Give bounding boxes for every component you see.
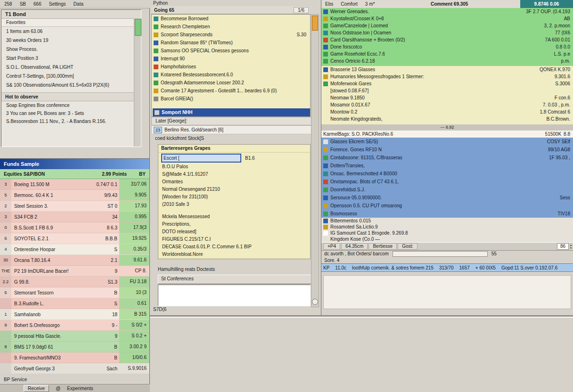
gold-search-row[interactable]: 23 Berlino Res. Gold/search [6]: [151, 125, 312, 134]
table-row[interactable]: 30 Orcana T.80.16.4 2.1 9.61.6: [0, 255, 149, 266]
detail-line[interactable]: DECASE Coast.6.01.P. C.Commer 6.1 BIP: [158, 243, 310, 251]
info-line[interactable]: S.O.L. Observational, PA LIGHT: [1, 63, 141, 72]
table-row[interactable]: 6 SOYOTEL E.2.1 B.B.B 19.925: [0, 233, 149, 244]
stepper-value[interactable]: 86: [557, 243, 569, 250]
data-row[interactable]: Game Rosehotel Ecsc.7.6 L.S. p.e: [321, 50, 573, 57]
data-row[interactable]: IG Samount Cast 1 Brogode. 9.269.8: [321, 230, 573, 236]
column-header-points[interactable]: 2.99 Points: [92, 172, 127, 177]
data-row[interactable]: Humanories Messogressfrogades 1 Stermer:…: [321, 73, 573, 80]
data-row[interactable]: Doorefoldsd.S.J.: [321, 186, 573, 194]
toolbar-cell[interactable]: Gost:: [398, 243, 417, 250]
stepper-arrows-icon[interactable]: ▲▼: [570, 244, 572, 249]
table-row[interactable]: 5 Bermooc. 60.4 K 1 9/9.43 9.905: [0, 190, 149, 201]
data-row[interactable]: Bosmossess TIV18: [321, 210, 573, 218]
toolbar-cell[interactable]: Bertiesse: [368, 243, 397, 250]
data-row[interactable]: Card Oarsithansose + Brooten (0/2) 7A 60…: [321, 36, 573, 43]
topbar-item[interactable]: Ebs: [321, 1, 337, 7]
data-row[interactable]: Neomaw 9.1850 F con.6: [321, 94, 573, 101]
list-item[interactable]: Hamphofalorises: [152, 63, 310, 71]
column-header-name[interactable]: Equities S&P/BON: [0, 172, 92, 177]
list-item[interactable]: Samsons OO SPECIAL Onesses gessons: [152, 47, 310, 55]
summary-row[interactable]: KarmelBags: S.O. PACKResNo.6 51500K 8.8: [321, 131, 573, 138]
column-header-by[interactable]: BY: [127, 172, 149, 177]
observe-line[interactable]: S.Bessoresbon 11.1 Nov., 2. - A Bandars …: [1, 117, 141, 125]
table-row[interactable]: 6 Stemorant Tessorn B 10 (3: [0, 287, 149, 298]
table-row[interactable]: 1 Samhalanob 18 B 315: [0, 309, 149, 320]
data-row[interactable]: Cenos Ortricio 6.2.18 p.m.: [321, 57, 573, 65]
table-title-bar[interactable]: Funds Sample: [0, 159, 149, 169]
data-row[interactable]: Forence. Gones RF10 N 99/10 AG8: [321, 146, 573, 154]
list-item[interactable]: Comante 17 Agrestsment - Gotestift 1... …: [152, 87, 310, 95]
receive-button[interactable]: Receive: [24, 385, 49, 392]
list-item[interactable]: Scorport Sharpeseconds S.30: [152, 31, 310, 39]
data-row[interactable]: Moontow 0.2 1.8 Comcast 6: [321, 108, 573, 115]
info-line[interactable]: S& 100 Observations/Amount 61.5+6x03 P)2…: [1, 81, 141, 90]
table-row[interactable]: 9. Frameschart/MNO3 B 1/0/0.6: [0, 352, 149, 363]
table-row[interactable]: 8 BMS 17 9.0dg0 61 B 3.00.2 9: [0, 342, 149, 352]
detail-line[interactable]: S@Made 4.1/1.91207: [158, 171, 310, 178]
later-row[interactable]: Later [George]:: [151, 117, 314, 125]
data-row[interactable]: Brasserie 13 Glasses QONEX K.970: [321, 66, 573, 73]
scrollbar[interactable]: [134, 18, 141, 147]
detail-line[interactable]: B.O.U Palos: [158, 163, 310, 171]
list-item[interactable]: Barcel GREIA(): [152, 95, 310, 103]
table-row[interactable]: Geofrywlt Georgs 3 Sach S.9.9016: [0, 363, 149, 374]
menu-item[interactable]: Settings: [48, 1, 67, 7]
data-row[interactable]: Rosamoted Sa.Lictio.9: [321, 224, 573, 230]
detail-line[interactable]: Normal Onesengand 21210: [158, 186, 310, 193]
table-row[interactable]: 3 Boeing 11.500 M 0.74/7 0.1 31/7.06: [0, 179, 149, 190]
data-row[interactable]: Onsac. Bermeschotted 4 B0000: [321, 170, 573, 178]
detail-line[interactable]: Prescriptions,: [158, 220, 310, 228]
favorites-label[interactable]: Favorites: [1, 19, 141, 27]
escort-input[interactable]: [161, 154, 241, 163]
data-row[interactable]: Koyotafest/Crosser.K 0+8 AB: [321, 15, 573, 22]
data-row[interactable]: Bittenmentos 0.015: [321, 218, 573, 224]
stock-row[interactable]: coed kicksfront Stock[S: [151, 135, 313, 142]
toolbar-cell[interactable]: +P4: [323, 243, 340, 250]
data-row[interactable]: Contabssone: 91315, C/Brasseras 1F 95.03…: [321, 154, 573, 162]
info-line[interactable]: Control T-Settings, [100,000mm]: [1, 72, 141, 81]
table-row[interactable]: B.3.Rudolfe L. S 0.61: [0, 298, 149, 309]
info-line[interactable]: 30 weeks Orders 19: [1, 36, 141, 45]
menu-item[interactable]: SB: [18, 1, 27, 7]
detail-line[interactable]: (2010 Safe 3: [158, 201, 310, 208]
detail-line[interactable]: [Wooden for 231(100): [158, 193, 310, 201]
list-item[interactable]: Kotarered Bestessessborecent.6.0: [152, 71, 310, 79]
menu-item[interactable]: 666: [32, 1, 43, 7]
middle-scrollbar[interactable]: [311, 14, 319, 307]
table-row[interactable]: THE P2 19 ImDURLane Bacer! 9 CP 8.: [0, 266, 149, 277]
detail-line[interactable]: Mckela Mensessessed: [158, 213, 310, 220]
data-row[interactable]: Dotten/Transies,: [321, 162, 573, 170]
data-row[interactable]: Werner Grenades. 3F 2.7 OUP. (0.4.193: [321, 8, 573, 15]
header-label[interactable]: Going 65: [151, 8, 294, 13]
data-row[interactable]: Game/Canzelode | Loomed 3, 2. p.moon: [321, 22, 573, 29]
data-row[interactable]: Noos Odstrase.ton | Ocamen 77 (IX6: [321, 29, 573, 36]
list-item[interactable]: Interrupt 90: [152, 55, 310, 63]
table-row[interactable]: 9 pessoal Hita Gascle. 9 S 0.2 +: [0, 331, 149, 342]
info-line[interactable]: Show Process.: [1, 45, 141, 54]
detail-line[interactable]: DOTO released]: [158, 228, 310, 236]
highlighted-quote-row[interactable]: KP 11.0c loothfulp comenik. & sotres fom…: [321, 263, 573, 272]
observe-line[interactable]: Soap Engines Box conference: [1, 101, 141, 109]
data-row[interactable]: Sersouce 05.0.9090000. Sess: [321, 194, 573, 202]
menu-item[interactable]: Data: [72, 1, 85, 7]
data-row[interactable]: Opensson 0.5. CU PUT omsarong: [321, 202, 573, 210]
data-row[interactable]: [stowed 0.08.F.67]: [321, 87, 573, 94]
data-row[interactable]: Onotamopac. Blots of C7 43.6.1,: [321, 178, 573, 186]
data-row[interactable]: Done forscotco 0.8 0.0: [321, 43, 573, 50]
table-row[interactable]: 0 B.S.Scott 1 FB 6.9 8 6.3 17.9(3: [0, 222, 149, 233]
table-row[interactable]: 2.2 G 99.8. S1.3 FU 3.18: [0, 277, 149, 287]
list-item[interactable]: Research Chempletsen: [152, 23, 310, 31]
data-row[interactable]: Glasses Elicrem SE/S) COSY SElf: [321, 138, 573, 146]
detail-line[interactable]: FIGURES C.215/17 C.I: [158, 236, 310, 243]
table-row[interactable]: 4 Onterestine Hoopar S 0.35/3: [0, 244, 149, 255]
selected-list-item[interactable]: Somport NHH: [153, 108, 311, 116]
conferences-button[interactable]: St Conferences: [158, 275, 313, 284]
topbar-item[interactable]: 3 m*: [361, 1, 379, 7]
list-item[interactable]: Random Starnase 85° (TWTomes): [152, 39, 310, 47]
table-row[interactable]: 3 S34 FCB 2 34 0.995: [0, 212, 149, 222]
scroll-button-icon[interactable]: [312, 299, 318, 305]
list-item[interactable]: Odesgrath Adamsenmose Looser 200.2: [152, 79, 310, 87]
observe-line[interactable]: 3 You can see PL Boxes are: 3 - Sets: [1, 109, 141, 117]
topbar-item[interactable]: Comfort: [337, 1, 361, 7]
